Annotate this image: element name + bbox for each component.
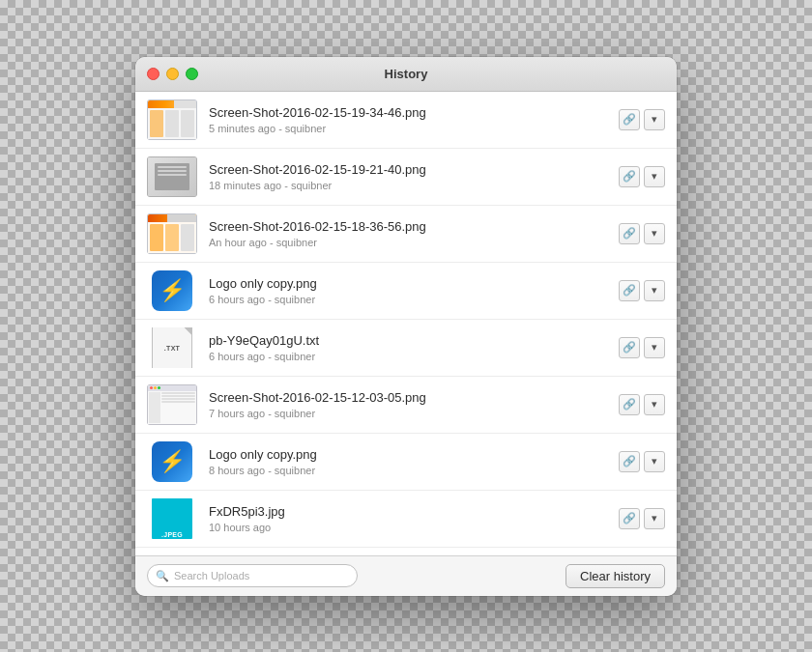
copy-link-button[interactable]: 🔗 [619,109,640,130]
list-item-partial: Screen-Shot-2016-02-15-08-31-05.png 🔗 ▾ [135,548,677,555]
item-filename: Screen-Shot-2016-02-15-12-03-05.png [209,390,611,405]
maximize-button[interactable] [186,68,198,80]
copy-link-button[interactable]: 🔗 [619,280,640,301]
thumbnail-gray [147,156,197,197]
item-meta: 7 hours ago - squibner [209,408,611,419]
item-filename: FxDR5pi3.jpg [209,504,611,519]
item-info: Screen-Shot-2016-02-15-12-03-05.png 7 ho… [209,390,611,419]
item-thumbnail: .JPEG [147,498,197,539]
item-info: Screen-Shot-2016-02-15-19-21-40.png 18 m… [209,162,611,191]
close-button[interactable] [147,68,160,80]
item-info: Screen-Shot-2016-02-15-19-34-46.png 5 mi… [209,105,611,134]
list-item: .TXT pb-Y9eQay01gU.txt 6 hours ago - squ… [135,320,677,377]
copy-link-button[interactable]: 🔗 [619,508,640,529]
item-filename: Screen-Shot-2016-02-15-19-34-46.png [209,105,611,120]
list-item: ⚡ Logo only copy.png 6 hours ago - squib… [135,263,677,320]
dropdown-button[interactable]: ▾ [644,166,665,187]
dropdown-button[interactable]: ▾ [644,337,665,358]
search-icon: 🔍 [156,570,169,582]
thumbnail-lightning2: ⚡ [152,441,192,482]
window-title: History [385,67,428,81]
item-thumbnail [147,156,197,197]
item-thumbnail [147,213,197,254]
copy-link-button[interactable]: 🔗 [619,223,640,244]
list-item: Screen-Shot-2016-02-15-19-21-40.png 18 m… [135,149,677,206]
thumbnail-lightning: ⚡ [152,270,192,311]
list-item: Screen-Shot-2016-02-15-18-36-56.png An h… [135,206,677,263]
item-filename: Screen-Shot-2016-02-15-19-21-40.png [209,162,611,177]
copy-link-button[interactable]: 🔗 [619,451,640,472]
item-meta: 10 hours ago [209,522,611,533]
item-thumbnail [147,384,197,425]
item-thumbnail: ⚡ [147,270,197,311]
item-info: Logo only copy.png 8 hours ago - squibne… [209,447,611,476]
lightning-icon: ⚡ [158,449,186,474]
history-window: History Screen-Shot-2016-02-15-19-34-46.… [135,57,677,596]
list-item: Screen-Shot-2016-02-15-12-03-05.png 7 ho… [135,377,677,434]
dropdown-button[interactable]: ▾ [644,223,665,244]
thumbnail-jpeg: .JPEG [152,498,192,539]
item-meta: 18 minutes ago - squibner [209,180,611,191]
thumbnail-screenshot2 [147,213,197,254]
thumbnail-screenshot [147,99,197,140]
item-filename: Logo only copy.png [209,276,611,291]
lightning-icon: ⚡ [158,278,186,303]
item-actions: 🔗 ▾ [619,337,665,358]
item-actions: 🔗 ▾ [619,223,665,244]
item-info: FxDR5pi3.jpg 10 hours ago [209,504,611,533]
dropdown-button[interactable]: ▾ [644,280,665,301]
search-input[interactable] [174,570,349,581]
item-actions: 🔗 ▾ [619,280,665,301]
item-actions: 🔗 ▾ [619,508,665,529]
item-actions: 🔗 ▾ [619,394,665,415]
minimize-button[interactable] [166,68,179,80]
thumbnail-txt: .TXT [152,327,192,368]
titlebar: History [135,57,677,92]
item-info: Screen-Shot-2016-02-15-18-36-56.png An h… [209,219,611,248]
clear-history-button[interactable]: Clear history [566,564,665,588]
dropdown-button[interactable]: ▾ [644,394,665,415]
item-thumbnail: .TXT [147,327,197,368]
copy-link-button[interactable]: 🔗 [619,337,640,358]
copy-link-button[interactable]: 🔗 [619,394,640,415]
item-actions: 🔗 ▾ [619,166,665,187]
item-filename: Screen-Shot-2016-02-15-18-36-56.png [209,219,611,234]
item-filename: Logo only copy.png [209,447,611,462]
list-item: .JPEG FxDR5pi3.jpg 10 hours ago 🔗 ▾ [135,491,677,548]
item-filename: pb-Y9eQay01gU.txt [209,333,611,348]
item-meta: 5 minutes ago - squibner [209,123,611,134]
history-list: Screen-Shot-2016-02-15-19-34-46.png 5 mi… [135,92,677,555]
item-meta: 6 hours ago - squibner [209,351,611,362]
item-thumbnail [147,99,197,140]
dropdown-button[interactable]: ▾ [644,508,665,529]
list-item: Screen-Shot-2016-02-15-19-34-46.png 5 mi… [135,92,677,149]
item-thumbnail: ⚡ [147,441,197,482]
list-item: ⚡ Logo only copy.png 8 hours ago - squib… [135,434,677,491]
dropdown-button[interactable]: ▾ [644,451,665,472]
search-box[interactable]: 🔍 [147,564,358,587]
item-meta: 6 hours ago - squibner [209,294,611,305]
dropdown-button[interactable]: ▾ [644,109,665,130]
item-meta: An hour ago - squibner [209,237,611,248]
item-info: pb-Y9eQay01gU.txt 6 hours ago - squibner [209,333,611,362]
item-meta: 8 hours ago - squibner [209,465,611,476]
item-actions: 🔗 ▾ [619,109,665,130]
item-info: Logo only copy.png 6 hours ago - squibne… [209,276,611,305]
item-actions: 🔗 ▾ [619,451,665,472]
copy-link-button[interactable]: 🔗 [619,166,640,187]
thumbnail-screenshot3 [147,384,197,425]
traffic-lights [147,68,198,80]
bottom-bar: 🔍 Clear history [135,555,677,596]
